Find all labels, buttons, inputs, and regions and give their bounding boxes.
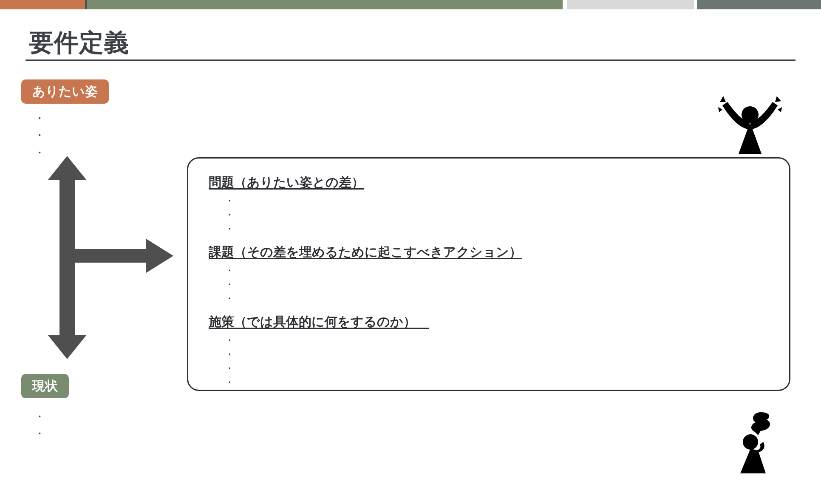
svg-marker-1 <box>71 239 173 273</box>
section-title-measure: 施策（では具体的に何をするのか） <box>209 313 769 331</box>
bullet-item: ・ <box>225 292 769 306</box>
bullet-item: ・ <box>34 144 45 161</box>
bullet-item: ・ <box>225 194 769 208</box>
bullet-item: ・ <box>34 127 45 144</box>
section-bullets-task: ・ ・ ・ <box>225 263 769 306</box>
desired-state-bullets: ・ ・ ・ <box>34 110 45 161</box>
bullet-item: ・ <box>34 408 45 425</box>
bullet-item: ・ <box>225 361 769 375</box>
bullet-item: ・ <box>34 110 45 127</box>
bullet-item: ・ <box>225 263 769 277</box>
bullet-item: ・ <box>225 208 769 222</box>
section-bullets-measure: ・ ・ ・ ・ <box>225 333 769 389</box>
top-color-bar <box>0 0 821 9</box>
slide-title: 要件定義 <box>29 26 129 59</box>
bullet-item: ・ <box>225 222 769 236</box>
section-title-problem: 問題（ありたい姿との差） <box>209 174 769 191</box>
analysis-box: 問題（ありたい姿との差） ・ ・ ・ 課題（その差を埋めるために起こすべきアクシ… <box>187 157 790 391</box>
bullet-item: ・ <box>225 277 769 292</box>
celebrate-person-icon <box>718 94 782 154</box>
badge-current-state: 現状 <box>21 374 69 398</box>
bullet-item: ・ <box>225 347 769 361</box>
current-state-bullets: ・ ・ <box>34 408 45 442</box>
section-title-task: 課題（その差を埋めるために起こすべきアクション） <box>209 244 769 261</box>
bullet-item: ・ <box>225 333 769 347</box>
bullet-item: ・ <box>225 375 769 389</box>
arrow-right-icon <box>71 239 173 273</box>
title-underline <box>25 59 796 61</box>
bullet-item: ・ <box>34 425 45 442</box>
badge-desired-state: ありたい姿 <box>21 79 109 104</box>
section-bullets-problem: ・ ・ ・ <box>225 194 769 236</box>
slide-canvas: 要件定義 ありたい姿 ・ ・ ・ 現状 ・ ・ <box>0 9 821 504</box>
svg-point-3 <box>743 434 758 450</box>
thinking-person-icon <box>723 410 779 473</box>
